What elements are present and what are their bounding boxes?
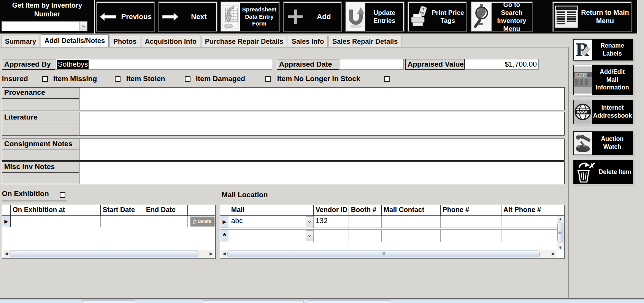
col-booth: Booth #	[349, 205, 382, 216]
mall-location-label: Mall Location	[222, 191, 268, 199]
update-arrow-icon	[346, 3, 365, 31]
scroll-right-icon[interactable]: ▶	[550, 250, 557, 257]
trash-icon	[192, 219, 196, 224]
chevron-down-icon[interactable]	[306, 230, 313, 241]
tab-sales-repair-details[interactable]: Sales Repair Details	[328, 36, 401, 47]
exhibition-h-scroll-thumb[interactable]	[10, 250, 198, 257]
col-start-date: Start Date	[101, 205, 144, 216]
mall-combo-cell[interactable]: abc	[229, 216, 314, 228]
on-exhibition-checkbox[interactable]	[60, 192, 65, 198]
literature-textarea[interactable]	[79, 112, 565, 136]
scroll-up-icon[interactable]: ▲	[557, 216, 564, 222]
tab-summary[interactable]: Summary	[1, 36, 40, 47]
booth-cell[interactable]	[349, 216, 382, 228]
vendor-id-cell[interactable]: 132	[314, 216, 349, 228]
exhibition-row: ▶ Delete	[2, 216, 215, 227]
mall-h-scroll-thumb[interactable]	[227, 250, 540, 257]
phone-cell[interactable]	[441, 216, 501, 228]
item-no-longer-in-stock-label: Item No Longer In Stock	[277, 75, 360, 83]
appraised-date-field[interactable]	[339, 59, 404, 70]
col-phone: Phone #	[441, 205, 501, 216]
item-damaged-checkbox[interactable]	[265, 76, 271, 82]
scroll-left-icon[interactable]: ◀	[3, 250, 10, 257]
mall-contact-cell-new[interactable]	[382, 230, 441, 242]
exhibition-at-cell[interactable]	[11, 216, 101, 227]
col-end-date: End Date	[144, 205, 188, 216]
exhibition-table: On Exhibition at Start Date End Date ▶ D…	[2, 205, 216, 259]
get-item-combo-input[interactable]	[2, 22, 79, 31]
insured-checkbox[interactable]	[42, 76, 48, 82]
www-globe-icon: www	[574, 100, 592, 124]
end-date-cell[interactable]	[144, 216, 188, 227]
add-edit-mall-information-button[interactable]: ANTIQUE MALL Add/Edit Mall Information	[573, 65, 633, 95]
update-entries-button[interactable]: Update Entries	[346, 2, 404, 31]
item-no-longer-in-stock-checkbox[interactable]	[384, 76, 390, 82]
scroll-right-icon[interactable]: ▶	[208, 250, 214, 257]
insured-label: Insured	[2, 75, 28, 83]
tab-addl-details-notes[interactable]: Addl Details/Notes	[41, 34, 109, 47]
appraised-by-value: Sothebys	[57, 60, 89, 69]
internet-addressbook-button[interactable]: www Internet Addressbook	[573, 100, 633, 124]
svg-text:www: www	[577, 110, 587, 114]
tab-acquisition-info[interactable]: Acquisition Info	[141, 36, 200, 47]
item-missing-checkbox[interactable]	[115, 76, 121, 82]
start-date-cell[interactable]	[101, 216, 144, 227]
main-menu-screen-icon	[554, 5, 579, 28]
chevron-down-icon[interactable]	[79, 22, 87, 31]
scroll-down-icon[interactable]: ▼	[557, 244, 564, 250]
record-navigator-strip	[0, 299, 644, 303]
row-selector-new[interactable]: *	[220, 230, 229, 242]
return-main-menu-button[interactable]: Return to Main Menu	[553, 2, 631, 31]
col-vendor-id: Vendor ID	[314, 205, 349, 216]
col-on-exhibition-at: On Exhibition at	[11, 205, 101, 216]
literature-label: Literature	[2, 112, 79, 123]
scroll-left-icon[interactable]: ◀	[221, 250, 227, 257]
arrow-left-icon	[97, 12, 119, 22]
chevron-down-icon[interactable]	[306, 216, 313, 227]
tab-purchase-repair-details[interactable]: Purchase Repair Details	[201, 36, 287, 47]
alt-phone-cell[interactable]	[501, 216, 558, 228]
alt-phone-cell-new[interactable]	[501, 230, 558, 242]
appraised-value-field[interactable]: $1,700.00	[465, 59, 539, 70]
row-selector-current[interactable]: ▶	[220, 216, 229, 228]
appraised-by-field[interactable]: Sothebys	[55, 59, 272, 70]
rename-labels-button[interactable]: R Rename Labels	[573, 39, 633, 61]
vendor-id-cell-new[interactable]	[314, 230, 349, 242]
tab-sales-info[interactable]: Sales Info	[288, 36, 328, 47]
row-selector-current[interactable]: ▶	[2, 216, 11, 227]
get-item-combo[interactable]	[2, 21, 87, 31]
auction-watch-icon	[574, 132, 592, 155]
print-price-tags-button[interactable]: 995 Print Price Tags	[408, 2, 466, 31]
item-damaged-label: Item Damaged	[196, 75, 245, 83]
provenance-label-box: Provenance	[2, 87, 79, 110]
item-stolen-label: Item Stolen	[126, 75, 165, 83]
provenance-label: Provenance	[2, 88, 79, 99]
item-missing-label: Item Missing	[53, 75, 97, 83]
mall-contact-cell[interactable]	[382, 216, 441, 228]
record-nav-box	[82, 300, 135, 303]
previous-button[interactable]: Previous	[97, 2, 154, 31]
booth-cell-new[interactable]	[349, 230, 382, 242]
inventory-form-window: Get Item by Inventory Number Previous Ne…	[0, 0, 644, 303]
phone-cell-new[interactable]	[441, 230, 501, 242]
go-to-search-inventory-button[interactable]: Go to Search Inventory Menu	[471, 2, 532, 31]
delete-exhibition-button[interactable]: Delete	[190, 217, 214, 226]
consignment-notes-textarea[interactable]	[79, 139, 565, 161]
mall-h-scrollbar: ◀ ▶	[221, 250, 557, 258]
appraised-value-label: Appraised Value	[405, 59, 465, 70]
mall-v-scroll-thumb[interactable]	[557, 222, 563, 242]
add-button[interactable]: Add	[284, 2, 341, 31]
tab-photos[interactable]: Photos	[109, 36, 140, 47]
auction-watch-button[interactable]: Auction Watch	[573, 131, 633, 155]
consignment-notes-label-box: Consignment Notes	[2, 139, 79, 161]
provenance-textarea[interactable]	[79, 87, 565, 110]
next-button[interactable]: Next	[159, 2, 217, 31]
appraised-date-label: Appraised Date	[277, 59, 339, 70]
item-stolen-checkbox[interactable]	[185, 76, 190, 82]
spreadsheet-data-entry-button[interactable]: Spreadsheet Data Entry Form	[221, 2, 279, 31]
delete-item-button[interactable]: Delete Item	[573, 160, 633, 184]
misc-inv-notes-textarea[interactable]	[79, 161, 565, 184]
rename-labels-icon: R	[574, 40, 592, 60]
mall-combo-cell-new[interactable]	[229, 230, 314, 242]
misc-inv-notes-label: Misc Inv Notes	[2, 162, 79, 173]
